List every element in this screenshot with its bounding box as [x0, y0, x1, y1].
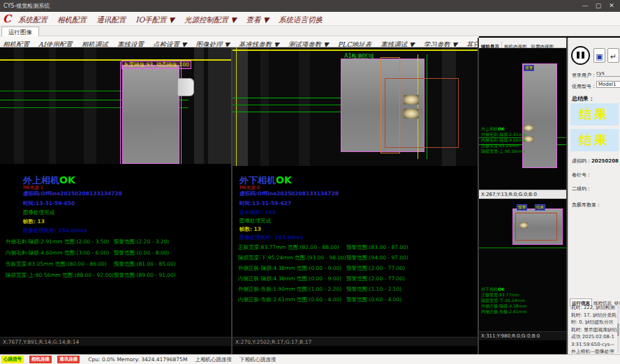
- ai-elapsed-text: 总AI耗时: 166: [239, 209, 276, 216]
- roi-red-box: [385, 78, 459, 148]
- login-user-label: 登录用户：: [572, 72, 596, 79]
- menu-camera-config[interactable]: 相机配置: [57, 13, 87, 26]
- process-status-text: 图像处理完成: [23, 209, 54, 216]
- comm-link-badge: 通讯连接: [57, 356, 80, 363]
- tool-camera-debug[interactable]: 相机调试: [82, 39, 108, 47]
- menu-comm-config[interactable]: 通讯配置: [96, 13, 126, 26]
- workpiece-connector: [177, 78, 194, 96]
- overlay-chip: 预警: [517, 204, 527, 211]
- preview-info-text: 外下相机OK 正极宽度:83.77mm 隔膜宽度-下:95.24mm 外侧正极-…: [481, 287, 526, 314]
- measure-warn: 预警范围:(2.20 - 3.20): [114, 238, 169, 245]
- result-ok-badge: OK: [276, 174, 292, 185]
- overlay-green-line: [232, 112, 342, 112]
- overlay-yellow-line: [0, 59, 231, 61]
- camera-snapshot-button[interactable]: ▣: [593, 48, 605, 63]
- camera-icon: ▣: [596, 52, 603, 61]
- process-status-text: 图像处理完成: [239, 218, 271, 225]
- measure-row: 隔膜宽度-下:95.24mm 范围:(93.00 - 98.00): [238, 255, 346, 261]
- measure-warn: 预警范围:(81.00 - 85.00): [114, 261, 176, 268]
- overlay-green-line: [479, 248, 566, 248]
- toolbar: 相机配置 AI使用配置 相机调试 离线设置 点检设置 ▼ 图像处理 ▼ 基准线参…: [0, 36, 479, 47]
- measure-warn: 预警范围:(0.00 - 8.00): [114, 250, 169, 257]
- tab-run-image[interactable]: 运行图像: [1, 26, 39, 36]
- preview-top-image[interactable]: 预警 外上相机OK 外侧毛刺-隔膜:2.91mm 内侧毛刺-隔膜:4.60mm …: [479, 48, 566, 190]
- pixel-coords-bar: X:7677,Y:891;R:14;G:14;B:14: [0, 337, 231, 346]
- top-camera-link-text: 上相机心跳连接: [195, 355, 232, 364]
- electrode-tab-spot: [519, 222, 528, 228]
- measure-warn: 预警范围:(94.00 - 97.00): [346, 255, 408, 261]
- title-bar: CYS-视觉检测系统: [0, 0, 620, 12]
- workpiece-thumb: [522, 63, 557, 168]
- image-stripe: [299, 47, 310, 166]
- preview-bottom-image[interactable]: 预警 结果 外下相机OK 正极宽度:83.77mm 隔膜宽度-下:95.24mm…: [479, 199, 566, 331]
- close-icon[interactable]: ✕: [606, 0, 617, 12]
- tool-baseline-params[interactable]: 基准线参数 ▼: [239, 39, 279, 47]
- camera-name: 外上相机: [23, 175, 59, 185]
- image-stripe: [260, 47, 269, 166]
- tool-plc-table[interactable]: PLC地址表: [338, 39, 371, 47]
- preview-coords-bar: X:311;Y:980;R:0;G:0;B:0: [479, 331, 566, 340]
- model-value[interactable]: Model1: [596, 81, 620, 88]
- tool-test-params[interactable]: 测试项参数 ▼: [288, 39, 329, 47]
- elapsed-text: 图像处理耗时: 163.00ms: [239, 234, 304, 241]
- menu-view[interactable]: 查看 ▼: [246, 13, 269, 26]
- measure-row: 外侧正极-隔膜:4.38mm 范围:(0.00 - 9.00): [238, 265, 341, 272]
- overlay-green-line: [232, 98, 342, 98]
- menu-system-config[interactable]: 系统配置: [18, 13, 47, 26]
- window-controls: — ▢ ✕: [580, 0, 617, 12]
- cpu-memory-text: Cpu: 0.0% Memory: 3424.41796875M: [88, 355, 187, 364]
- image-light-column: [232, 47, 248, 166]
- workpiece-block: [122, 65, 179, 164]
- left-camera-panel: 灰度阈值:93, 动态阈值:100 外上相机OK M6光源:1 虚拟码:Offl…: [0, 47, 231, 354]
- measure-row: 外侧毛刺-隔膜:2.91mm 范围:(2.00 - 3.50): [6, 238, 109, 245]
- right-camera-panel: A1检测区域 外下相机OK M6光源:0 虚拟码:Offline20250208…: [232, 47, 478, 354]
- log-scrollbar-thumb[interactable]: [617, 324, 619, 336]
- barcode-text: 虚拟码:Offline20250208133134728: [23, 190, 122, 197]
- tool-offline-setting[interactable]: 离线设置: [117, 39, 144, 47]
- right-camera-image[interactable]: A1检测区域: [232, 47, 478, 166]
- overlay-magenta-line: [120, 61, 121, 164]
- pixel-coords-bar: X:270,Y:2502;R:17;G:17;B:17: [232, 337, 478, 346]
- login-user-value: cys: [596, 70, 620, 77]
- electrode-tab-spot: [404, 95, 419, 105]
- tool-learn-params[interactable]: 学习参数 ▼: [424, 39, 457, 47]
- measure-row: 内侧正极-隔膜:4.38mm 范围:(0.00 - 9.00): [238, 275, 341, 282]
- menu-light-config[interactable]: 光源控制配置 ▼: [184, 13, 236, 26]
- side-panel: ▣ ↵ 登录用户： cys 使用型号： Model1 总结果： 结果 结果 虚拟…: [568, 38, 620, 354]
- maximize-icon[interactable]: ▢: [593, 0, 604, 12]
- tool-camera-config[interactable]: 相机配置: [3, 39, 29, 47]
- threshold-overlay-label: 灰度阈值:93, 动态阈值:100: [121, 61, 191, 69]
- overlay-yellow-line: [232, 50, 478, 51]
- image-stripe: [84, 47, 96, 164]
- preview-info-text: 外上相机OK 外侧毛刺-隔膜:2.91mm 内侧毛刺-隔膜:4.60mm 负极宽…: [481, 126, 526, 154]
- tool-spotcheck-setting[interactable]: 点检设置 ▼: [153, 39, 186, 47]
- measure-warn: 预警范围:(83.00 - 87.00): [346, 244, 408, 251]
- reset-arrow-icon: ↵: [610, 52, 617, 61]
- log-scrollbar[interactable]: [617, 304, 619, 353]
- overlay-yellow-line: [236, 47, 237, 166]
- tool-offline-debug[interactable]: 离线调试 ▼: [381, 39, 414, 47]
- status-bar: 心跳信号 相机连接 通讯连接 Cpu: 0.0% Memory: 3424.41…: [0, 354, 620, 364]
- measure-row: 负极宽度:83.05mm 范围:(80.00 - 86.00): [6, 261, 107, 268]
- result-ok-badge: OK: [59, 174, 75, 185]
- menu-io-config[interactable]: IO手配置 ▼: [135, 13, 175, 26]
- left-camera-image[interactable]: 灰度阈值:93, 动态阈值:100: [0, 47, 231, 164]
- measure-row: 内侧毛刺-隔膜:4.60mm 范围:(3.00 - 6.00): [6, 250, 109, 257]
- minimize-icon[interactable]: —: [580, 0, 591, 12]
- menu-language-switch[interactable]: 系统语言切换: [279, 13, 323, 26]
- pause-button[interactable]: [571, 46, 590, 65]
- electrode-tab-spot: [404, 109, 419, 119]
- frame-count-text: 帧数: 13: [23, 218, 45, 225]
- needle-number-label: 卷针号：: [572, 172, 591, 179]
- qr-code-label: 二维码：: [572, 185, 591, 192]
- camera-name: 外下相机: [239, 175, 276, 185]
- frame-count-text: 帧数: 13: [239, 226, 261, 233]
- tool-ai-config[interactable]: AI使用配置: [38, 39, 73, 47]
- window-title: CYS-视觉检测系统: [3, 3, 50, 9]
- image-stripe: [14, 47, 24, 164]
- tool-image-process[interactable]: 图像处理 ▼: [195, 39, 229, 47]
- reset-button[interactable]: ↵: [607, 48, 619, 63]
- measure-row: 隔膜宽度-上:90.56mm 范围:(88.00 - 92.00): [6, 272, 114, 279]
- measure-row: 内侧正极-负极:2.61mm 范围:(0.60 - 4.00): [238, 296, 341, 303]
- app-logo-icon: C: [3, 13, 15, 25]
